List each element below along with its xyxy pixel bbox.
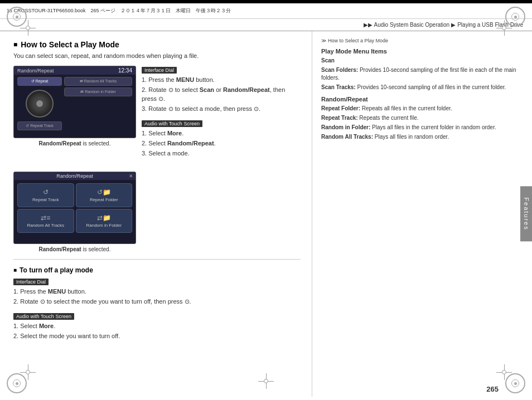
- screen-random-all-btn: ⇄ Random All Tracks: [64, 77, 132, 86]
- screenshot-1: Random/Repeat 12:34 ↺ Repeat ↺ Repeat Tr…: [13, 66, 136, 138]
- screen-body-1: ↺ Repeat ↺ Repeat Track ⇄ Random All Tra…: [14, 75, 136, 138]
- repeat-folder-icon: ↺📁: [97, 188, 111, 196]
- btn-label-2: Repeat Folder: [90, 197, 118, 202]
- right-heading-1: Play Mode Menu Items: [321, 48, 523, 55]
- interface-dial-badge: Interface Dial: [142, 67, 177, 74]
- random-all-text: Plays all files in random order.: [373, 134, 449, 140]
- btn-label-4: Random in Folder: [86, 223, 122, 228]
- screen-title-1: Random/Repeat: [17, 68, 54, 74]
- screen2-btn-random-all: ⇄≡ Random All Tracks: [17, 209, 74, 233]
- right-repeat-folder: Repeat Folder: Repeats all files in the …: [321, 105, 523, 113]
- section-intro: You can select scan, repeat, and random …: [13, 52, 301, 59]
- screen-random-folder-btn: ⇄ Random in Folder: [64, 87, 132, 96]
- turn-off-section: To turn off a play mode Interface Dial 1…: [13, 266, 301, 341]
- random-folder-text: Plays all files in the current folder in…: [370, 124, 496, 130]
- repeat-track-bold: Repeat Track:: [321, 115, 358, 121]
- screen2-grid: ↺ Repeat Track ↺📁 Repeat Folder ⇄≡ Rando…: [14, 180, 136, 236]
- toff-step1-bold: MENU: [48, 288, 66, 295]
- toff-step1-num: 1.: [13, 288, 20, 295]
- section-divider: [13, 259, 301, 260]
- turn-off-audio-steps: 1. Select More. 2. Select the mode you w…: [13, 322, 301, 341]
- main-content: How to Select a Play Mode You can select…: [0, 31, 532, 397]
- right-scan-label: Scan: [321, 57, 523, 65]
- breadcrumb-arrow2: ▶: [451, 22, 456, 28]
- right-heading-2: Random/Repeat: [321, 96, 523, 103]
- taoff-step1-num: 1.: [13, 323, 20, 329]
- taoff-step1-bold: More: [39, 323, 54, 329]
- taoff-step2-num: 2.: [13, 333, 20, 339]
- random-folder-icon: ⇄📁: [97, 214, 111, 222]
- header-strip: 15 CROSSTOUR-31TP66500.book 265 ページ ２０１４…: [0, 3, 532, 19]
- features-tab: Features: [520, 186, 532, 241]
- step-1-dial: 1. Press the MENU button.: [142, 76, 301, 84]
- breadcrumb: ▶▶ Audio System Basic Operation ▶ Playin…: [0, 19, 532, 31]
- decoration-circle-br: [505, 373, 525, 393]
- turn-off-title-text: To turn off a play mode: [20, 266, 93, 274]
- audio-touch-steps: 1. Select More. 2. Select Random/Repeat.…: [142, 129, 301, 158]
- step1-bold: MENU: [176, 76, 194, 83]
- disc-inner: [36, 100, 43, 107]
- first-sub-layout: Random/Repeat 12:34 ↺ Repeat ↺ Repeat Tr…: [13, 66, 301, 164]
- breadcrumb-arrow1: ▶▶: [364, 22, 373, 28]
- screenshot-box-1: Random/Repeat 12:34 ↺ Repeat ↺ Repeat Tr…: [13, 66, 136, 164]
- audio-step-3: 3. Select a mode.: [142, 149, 301, 158]
- section-title: How to Select a Play Mode: [13, 40, 301, 49]
- astep3-num: 3.: [142, 150, 148, 157]
- audio-touch-badge: Audio with Touch Screen: [142, 120, 202, 127]
- astep2-num: 2.: [142, 140, 148, 147]
- right-repeat-track: Repeat Track: Repeats the current file.: [321, 114, 523, 122]
- second-sub-layout: Random/Repeat ✕ ↺ Repeat Track ↺📁 Repeat…: [13, 172, 301, 252]
- astep1-bold: More: [167, 130, 182, 136]
- screen-repeat-track-btn: ↺ Repeat Track: [17, 121, 62, 130]
- step2-bold1: Scan: [200, 86, 214, 93]
- screen-left-1: ↺ Repeat ↺ Repeat Track: [17, 77, 62, 135]
- right-scan-tracks: Scan Tracks: Provides 10-second sampling…: [321, 84, 523, 91]
- step-2-dial: 2. Rotate ⊙ to select Scan or Random/Rep…: [142, 86, 301, 103]
- japanese-header-text: 15 CROSSTOUR-31TP66500.book 265 ページ ２０１４…: [7, 7, 231, 14]
- turn-off-interface-badge: Interface Dial: [13, 279, 49, 285]
- empty-instructions-area: [142, 172, 301, 252]
- random-folder-bold: Random in Folder:: [321, 124, 370, 130]
- right-scan-folders: Scan Folders: Provides 10-second samplin…: [321, 66, 523, 82]
- screenshot-2: Random/Repeat ✕ ↺ Repeat Track ↺📁 Repeat…: [13, 172, 136, 244]
- caption-rest-1: is selected.: [81, 140, 111, 147]
- step-3-dial: 3. Rotate ⊙ to select a mode, then press…: [142, 105, 301, 113]
- screen-repeat-btn: ↺ Repeat: [17, 77, 62, 86]
- screen-right-1: ⇄ Random All Tracks ⇄ Random in Folder: [64, 77, 132, 135]
- repeat-track-icon: ↺: [43, 188, 49, 196]
- random-all-icon: ⇄≡: [41, 214, 50, 222]
- interface-dial-steps: 1. Press the MENU button. 2. Rotate ⊙ to…: [142, 76, 301, 114]
- toff-step2-num: 2.: [13, 298, 20, 305]
- turn-off-step-2: 2. Rotate ⊙ to select the mode you want …: [13, 297, 301, 306]
- repeat-folder-text: Repeats all files in the current folder.: [360, 105, 452, 111]
- turn-off-step-1: 1. Press the MENU button.: [13, 287, 301, 296]
- screenshot-box-2: Random/Repeat ✕ ↺ Repeat Track ↺📁 Repeat…: [13, 172, 136, 252]
- btn-label-3: Random All Tracks: [27, 223, 64, 228]
- screen2-btn-repeat-track: ↺ Repeat Track: [17, 183, 74, 207]
- audio-step-2: 2. Select Random/Repeat.: [142, 139, 301, 148]
- caption-bold-2: Random/Repeat: [39, 246, 81, 252]
- screen-time-1: 12:34: [118, 67, 132, 74]
- caption-bold-1: Random/Repeat: [39, 140, 81, 147]
- screen2-header: Random/Repeat ✕: [14, 172, 136, 180]
- breadcrumb-part1: Audio System Basic Operation: [374, 22, 450, 28]
- astep1-num: 1.: [142, 130, 148, 136]
- random-all-bold: Random All Tracks:: [321, 134, 373, 140]
- scan-tracks-bold: Scan Tracks:: [321, 84, 356, 90]
- step2-bold2: Random/Repeat: [223, 86, 270, 93]
- astep2-bold: Random/Repeat: [167, 140, 214, 147]
- turn-off-audio-step-1: 1. Select More.: [13, 322, 301, 330]
- right-random-all: Random All Tracks: Plays all files in ra…: [321, 133, 523, 141]
- right-random-folder: Random in Folder: Plays all files in the…: [321, 124, 523, 131]
- close-icon: ✕: [129, 173, 133, 179]
- screen2-btn-repeat-folder: ↺📁 Repeat Folder: [76, 183, 133, 207]
- repeat-track-text: Repeats the current file.: [358, 115, 419, 121]
- left-column: How to Select a Play Mode You can select…: [0, 31, 312, 397]
- scan-folders-bold: Scan Folders:: [321, 67, 358, 73]
- caption-rest-2: is selected.: [81, 246, 111, 252]
- btn-label-1: Repeat Track: [32, 197, 59, 202]
- decoration-circle-bl: [7, 373, 27, 393]
- decoration-circle-tl: [7, 7, 27, 27]
- step3-num: 3.: [142, 105, 148, 112]
- right-column: How to Select a Play Mode Play Mode Menu…: [312, 31, 532, 397]
